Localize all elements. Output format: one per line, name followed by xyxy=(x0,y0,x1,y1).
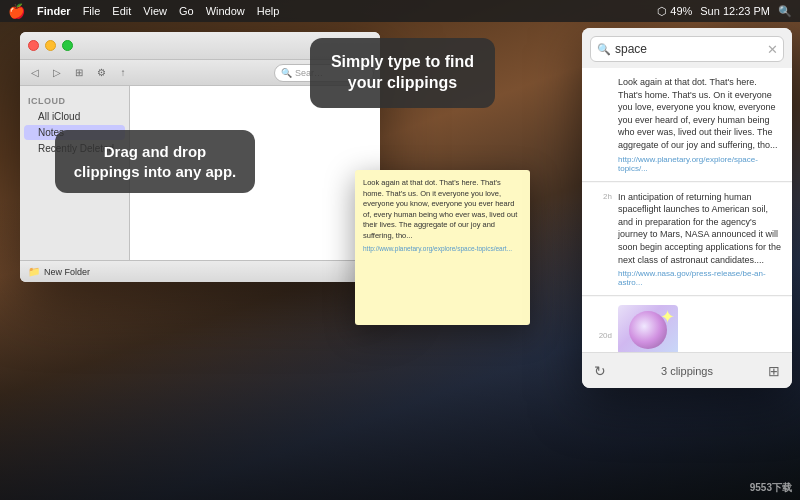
simply-type-tooltip: Simply type to find your clippings xyxy=(310,38,495,108)
clock: Sun 12:23 PM xyxy=(700,5,770,17)
notes-card-url: http://www.planetary.org/explore/space-t… xyxy=(363,245,522,252)
drag-drop-tooltip: Drag and drop clippings into any app. xyxy=(55,130,255,193)
clear-search-icon[interactable]: ✕ xyxy=(767,42,778,57)
finder-statusbar: 📁 New Folder xyxy=(20,260,380,282)
apple-menu[interactable]: 🍎 xyxy=(8,3,25,19)
clip-url: http://www.planetary.org/explore/space-t… xyxy=(618,155,782,173)
watermark: 9553下载 xyxy=(750,481,792,495)
clip-text: Look again at that dot. That's here. Tha… xyxy=(618,76,782,152)
forward-icon[interactable]: ▷ xyxy=(48,64,66,82)
menu-bar-right: ⬡ 49% Sun 12:23 PM 🔍 xyxy=(657,5,792,18)
star-icon: ✦ xyxy=(660,306,675,328)
clip-url: http://www.nasa.gov/press-release/be-an-… xyxy=(618,269,782,287)
search-menubar-icon[interactable]: 🔍 xyxy=(778,5,792,18)
clip-text: In anticipation of returning human space… xyxy=(618,191,782,267)
notes-card: Look again at that dot. That's here. Tha… xyxy=(355,170,530,325)
menu-bar: 🍎 Finder File Edit View Go Window Help ⬡… xyxy=(0,0,800,22)
search-wrapper: 🔍 ✕ xyxy=(590,36,784,62)
folder-icon: 📁 xyxy=(28,266,40,277)
list-item[interactable]: 20d ✦ https://d13yacuogara.cloudfront.ne… xyxy=(582,297,792,352)
sidebar-section-icloud: iCloud xyxy=(20,94,129,108)
back-icon[interactable]: ◁ xyxy=(26,64,44,82)
drag-drop-tooltip-text: Drag and drop clippings into any app. xyxy=(74,143,237,180)
clip-age: 20d xyxy=(592,330,612,340)
list-item[interactable]: Look again at that dot. That's here. Tha… xyxy=(582,68,792,182)
clippings-count: 3 clippings xyxy=(661,365,713,377)
clip-image-thumbnail: ✦ xyxy=(618,305,678,352)
clippings-panel: 🔍 ✕ Look again at that dot. That's here.… xyxy=(582,28,792,388)
menu-file[interactable]: File xyxy=(83,5,101,17)
minimize-button[interactable] xyxy=(45,40,56,51)
notes-card-text: Look again at that dot. That's here. Tha… xyxy=(363,178,522,241)
refresh-icon[interactable]: ↻ xyxy=(594,363,606,379)
menu-go[interactable]: Go xyxy=(179,5,194,17)
clip-content: ✦ https://d13yacuogara.cloudfront.net/us… xyxy=(618,305,792,352)
menu-view[interactable]: View xyxy=(143,5,167,17)
search-input[interactable] xyxy=(590,36,784,62)
clippings-search-bar: 🔍 ✕ xyxy=(582,28,792,68)
maximize-button[interactable] xyxy=(62,40,73,51)
menu-window[interactable]: Window xyxy=(206,5,245,17)
clip-content: Look again at that dot. That's here. Tha… xyxy=(618,76,782,173)
clip-content: In anticipation of returning human space… xyxy=(618,191,782,288)
action-icon[interactable]: ⚙ xyxy=(92,64,110,82)
clippings-footer: ↻ 3 clippings ⊞ xyxy=(582,352,792,388)
simply-type-tooltip-text: Simply type to find your clippings xyxy=(331,53,474,91)
clip-age: 2h xyxy=(592,191,612,288)
battery-status: ⬡ 49% xyxy=(657,5,692,18)
close-button[interactable] xyxy=(28,40,39,51)
menu-bar-left: 🍎 Finder File Edit View Go Window Help xyxy=(8,3,279,19)
menu-help[interactable]: Help xyxy=(257,5,280,17)
finder-search-icon: 🔍 xyxy=(281,68,292,78)
clip-age xyxy=(592,76,612,173)
clippings-list: Look again at that dot. That's here. Tha… xyxy=(582,68,792,352)
share-icon[interactable]: ↑ xyxy=(114,64,132,82)
sidebar-item-all-icloud[interactable]: All iCloud xyxy=(24,109,125,124)
list-item[interactable]: 2h In anticipation of returning human sp… xyxy=(582,183,792,297)
menu-edit[interactable]: Edit xyxy=(112,5,131,17)
app-name[interactable]: Finder xyxy=(37,5,71,17)
view-icon[interactable]: ⊞ xyxy=(70,64,88,82)
settings-icon[interactable]: ⊞ xyxy=(768,363,780,379)
new-folder-button[interactable]: New Folder xyxy=(44,267,90,277)
